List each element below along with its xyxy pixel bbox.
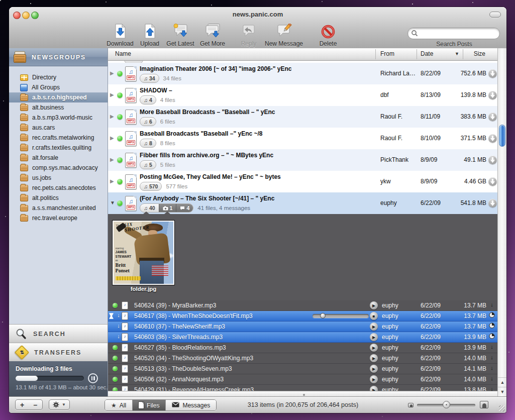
add-button[interactable]: +	[15, 399, 29, 410]
toolbar-toggle-button[interactable]	[489, 12, 501, 18]
column-header-size[interactable]: Size	[474, 50, 485, 57]
play-button[interactable]: ▶	[370, 301, 378, 309]
toolbar-button-download[interactable]: Download	[105, 21, 136, 47]
sidebar-item-us-jobs[interactable]: us.jobs	[9, 173, 108, 183]
scrollbar-thumb[interactable]	[499, 125, 505, 147]
attachment-thumbnail[interactable]: The SIX SHOOTER starring JAMES STEWART a…	[113, 221, 174, 285]
file-row[interactable]: 540429 (31) - RevengeAtHarnessCreek.mp3▶…	[108, 385, 497, 391]
newsgroups-header[interactable]: NEWSGROUPS	[9, 48, 108, 66]
sidebar-item-alt-business[interactable]: alt.business	[9, 102, 108, 113]
sidebar-item-rec-crafts-metalworking[interactable]: rec.crafts.metalworking	[9, 133, 108, 143]
sidebar-item-comp-sys-mac-advocacy[interactable]: comp.sys.mac.advocacy	[9, 163, 108, 173]
scroll-up-button[interactable]: ▲	[498, 377, 506, 387]
sidebar-item-all-groups[interactable]: All Groups	[9, 82, 108, 92]
file-row[interactable]: ↓540617 (38) - WhenTheShoeDoesn'tFit.mp3…	[108, 311, 497, 322]
toolbar-button-new-message[interactable]: New Message	[261, 21, 306, 47]
sidebar-item-rec-travel-europe[interactable]: rec.travel.europe	[9, 213, 108, 223]
sidebar-item-alt-forsale[interactable]: alt.forsale	[9, 153, 108, 163]
filter-tab-all[interactable]: ★All	[105, 400, 132, 410]
column-divider[interactable]	[417, 49, 417, 59]
post-row[interactable]: ▶♫MP3Imagination Theater 2006 [~ of 34] …	[108, 63, 497, 84]
column-divider[interactable]	[463, 49, 463, 59]
play-button[interactable]: ▶	[370, 375, 378, 383]
file-row[interactable]: 540520 (34) - TheShootingOfWyattKing.mp3…	[108, 353, 497, 364]
sidebar-item-aus-cars[interactable]: aus.cars	[9, 123, 108, 133]
toolbar-button-get-latest[interactable]: Get Latest	[164, 21, 197, 47]
sidebar-item-a-s-s-manchester-united[interactable]: a.s.s.manchester.united	[9, 203, 108, 213]
post-row[interactable]: ▶♫MP3Baseball Broadcasts "Baseball –" yE…	[108, 128, 497, 149]
download-button[interactable]	[488, 134, 497, 143]
toolbar-button-upload[interactable]: Upload	[136, 21, 164, 47]
file-row[interactable]: 540513 (33) - TheDoubleSeven.mp3▶euphy6/…	[108, 364, 497, 374]
column-header-name[interactable]: Name	[115, 50, 131, 57]
download-button[interactable]	[488, 156, 497, 164]
toolbar-button-delete[interactable]: Delete	[314, 21, 343, 47]
play-button[interactable]: ▶	[370, 323, 378, 331]
post-row[interactable]: ▶♫MP3Fibber fills from archive.org – " ~…	[108, 149, 497, 171]
play-button[interactable]: ▶	[370, 354, 378, 362]
action-menu-button[interactable]: ▼	[49, 399, 70, 410]
toolbar-button-reply[interactable]: Reply	[236, 21, 261, 47]
post-row[interactable]: ▼♫MP3(For Anybody – The Six Shooter [~/4…	[108, 192, 497, 214]
content-area: NEWSGROUPS DirectoryAll Groupsa.b.s.r.o.…	[9, 48, 506, 397]
titlebar[interactable]: news.panic.com DownloadUploadGet LatestG…	[9, 7, 506, 49]
sidebar-item-r-crafts-textiles-quilting[interactable]: r.crafts.textiles.quilting	[9, 143, 108, 153]
music-note-icon: ♫	[144, 97, 148, 103]
filter-tab-messages[interactable]: Messages	[165, 400, 216, 410]
search-section-header[interactable]: SEARCH	[9, 324, 108, 344]
post-row[interactable]: ▶♫MP3More Baseball Broadcasts – "Basebal…	[108, 106, 497, 128]
toolbar-button-get-more[interactable]: Get More	[197, 21, 228, 47]
slider-thumb[interactable]	[320, 313, 326, 319]
disclosure-open-icon[interactable]: ▼	[110, 200, 115, 205]
sidebar-item-label: r.crafts.textiles.quilting	[32, 144, 91, 151]
column-header-date[interactable]: Date	[421, 50, 433, 57]
download-button[interactable]	[488, 199, 497, 207]
transfers-section-header[interactable]: ⇅ TRANSFERS	[9, 343, 108, 362]
sidebar: NEWSGROUPS DirectoryAll Groupsa.b.s.r.o.…	[9, 48, 108, 397]
post-row[interactable]: ▶♫MP3SHADOW –♫44 filesdbf8/13/09139.8 MB	[108, 84, 497, 106]
download-button[interactable]	[488, 177, 497, 186]
down-arrow-icon	[490, 71, 495, 76]
vertical-scrollbar[interactable]: ▲ ▼	[497, 48, 506, 397]
disclosure-closed-icon[interactable]: ▶	[110, 135, 114, 141]
sidebar-item-alt-politics[interactable]: alt.politics	[9, 193, 108, 203]
sidebar-item-a-b-s-r-o-highspeed[interactable]: a.b.s.r.o.highspeed	[9, 92, 108, 102]
disclosure-closed-icon[interactable]: ▶	[110, 92, 114, 97]
post-row[interactable]: ▶♫MP3Posting McGee, They Called Me! – yE…	[108, 171, 497, 192]
download-button[interactable]	[488, 69, 497, 78]
stop-button[interactable]: ■	[370, 312, 378, 320]
mp3-label: MP3	[127, 162, 135, 166]
search-input[interactable]	[407, 28, 500, 39]
file-row[interactable]: ↓540610 (37) - TheNewSheriff.mp3▶euphy6/…	[108, 322, 497, 332]
column-header-from[interactable]: From	[380, 50, 394, 57]
mp3-label: MP3	[127, 75, 135, 80]
file-count-label: 6 files	[160, 119, 175, 125]
play-button[interactable]: ▶	[370, 365, 378, 373]
file-row[interactable]: ↓540603 (36) - SilverThreads.mp3▶euphy6/…	[108, 332, 497, 343]
play-button[interactable]: ▶	[370, 386, 378, 391]
toolbar-button-label: Get Latest	[166, 40, 194, 47]
pause-button[interactable]	[88, 373, 98, 383]
download-button[interactable]	[488, 113, 497, 121]
file-row[interactable]: 540624 (39) - MyraBarker.mp3▶euphy6/22/0…	[108, 300, 497, 311]
sidebar-item-directory[interactable]: Directory	[9, 72, 108, 82]
disclosure-closed-icon[interactable]: ▶	[110, 70, 114, 76]
scroll-down-button[interactable]: ▼	[498, 387, 506, 397]
disclosure-closed-icon[interactable]: ▶	[110, 157, 114, 162]
sidebar-item-a-b-s-mp3-world-music[interactable]: a.b.s.mp3.world-music	[9, 113, 108, 123]
filter-tab-files[interactable]: Files	[132, 400, 165, 410]
size-slider-thumb[interactable]	[443, 401, 450, 408]
playback-slider[interactable]	[313, 314, 369, 318]
play-button[interactable]: ▶	[370, 344, 378, 352]
disclosure-closed-icon[interactable]: ▶	[110, 178, 114, 184]
file-row[interactable]: 540527 (35) - BloodRelations.mp3▶euphy6/…	[108, 343, 497, 353]
sidebar-item-rec-pets-cats-anecdotes[interactable]: rec.pets.cats.anecdotes	[9, 183, 108, 193]
remove-button[interactable]: –	[29, 399, 43, 410]
file-row[interactable]: 540506 (32) - AnnaNorquest.mp3▶euphy6/22…	[108, 374, 497, 385]
column-divider[interactable]	[375, 49, 376, 59]
download-button[interactable]	[488, 91, 497, 99]
transfers-detail: 13.1 MB of 41.3 MB – about 30 sec...	[16, 384, 111, 390]
play-button[interactable]: ▶	[370, 333, 378, 341]
resize-grip[interactable]	[499, 405, 505, 411]
disclosure-closed-icon[interactable]: ▶	[110, 114, 114, 119]
